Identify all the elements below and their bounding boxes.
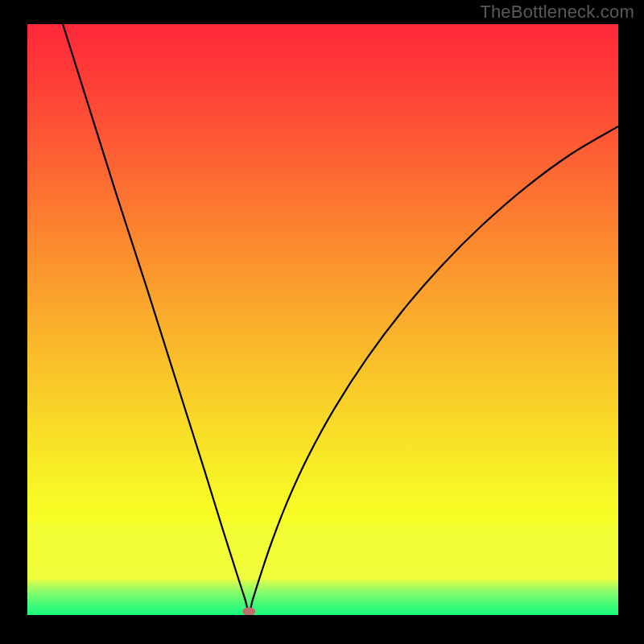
chart-plot-area xyxy=(27,24,618,615)
watermark-text: TheBottleneck.com xyxy=(480,2,634,23)
gradient-background xyxy=(27,24,618,615)
figure-container: TheBottleneck.com xyxy=(0,0,644,644)
chart-svg xyxy=(27,24,618,615)
